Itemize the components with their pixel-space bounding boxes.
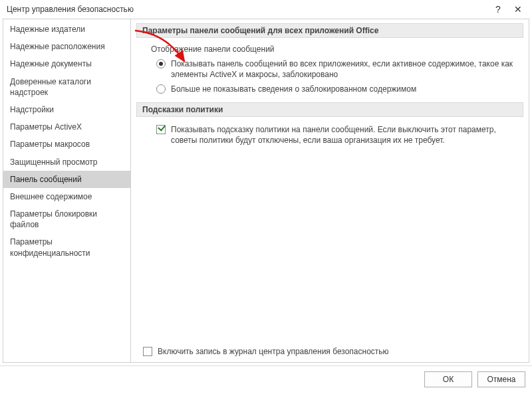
dialog-footer: ОК Отмена xyxy=(0,365,532,392)
section-header-message-bar: Параметры панели сообщений для всех прил… xyxy=(136,23,523,38)
radio-icon xyxy=(156,84,166,94)
radio-never-show[interactable]: Больше не показывать сведения о заблокир… xyxy=(136,82,523,96)
checkbox-icon xyxy=(143,347,152,356)
sidebar-item-trusted-publishers[interactable]: Надежные издатели xyxy=(3,21,130,38)
sidebar-item-addin-catalogs[interactable]: Доверенные каталоги надстроек xyxy=(3,73,130,101)
sidebar-item-file-block[interactable]: Параметры блокировки файлов xyxy=(3,205,130,233)
checkbox-label: Показывать подсказку политики на панели … xyxy=(171,124,517,146)
radio-show-message-bar[interactable]: Показывать панель сообщений во всех прил… xyxy=(136,56,523,82)
sidebar-item-protected-view[interactable]: Защищенный просмотр xyxy=(3,153,130,171)
section-header-policy-tips: Подсказки политики xyxy=(136,102,523,117)
dialog-body: Надежные издатели Надежные расположения … xyxy=(3,19,529,363)
sidebar-item-trusted-documents[interactable]: Надежные документы xyxy=(3,55,130,72)
radio-icon xyxy=(156,59,166,68)
close-button[interactable]: ✕ xyxy=(508,1,528,17)
sidebar-item-trusted-locations[interactable]: Надежные расположения xyxy=(3,38,130,55)
checkbox-policy-tips[interactable]: Показывать подсказку политики на панели … xyxy=(136,122,523,148)
close-icon: ✕ xyxy=(514,4,522,15)
sidebar-item-addins[interactable]: Надстройки xyxy=(3,101,130,118)
sidebar: Надежные издатели Надежные расположения … xyxy=(3,19,131,362)
sidebar-item-activex[interactable]: Параметры ActiveX xyxy=(3,118,130,136)
cancel-button[interactable]: Отмена xyxy=(477,371,525,387)
sidebar-item-privacy[interactable]: Параметры конфиденциальности xyxy=(3,233,130,261)
titlebar: Центр управления безопасностью ? ✕ xyxy=(0,0,532,19)
sidebar-item-external-content[interactable]: Внешнее содержимое xyxy=(3,188,130,205)
ok-button[interactable]: ОК xyxy=(424,371,472,387)
checkbox-icon xyxy=(156,125,166,134)
window-title: Центр управления безопасностью xyxy=(7,5,488,14)
section-subtitle: Отображение панели сообщений xyxy=(136,43,523,56)
sidebar-item-macros[interactable]: Параметры макросов xyxy=(3,136,130,153)
help-icon: ? xyxy=(495,4,501,15)
help-button[interactable]: ? xyxy=(488,1,508,17)
radio-label: Больше не показывать сведения о заблокир… xyxy=(171,84,416,94)
checkbox-enable-logging[interactable]: Включить запись в журнал центра управлен… xyxy=(143,346,389,357)
checkbox-label: Включить запись в журнал центра управлен… xyxy=(158,346,389,357)
sidebar-item-message-bar[interactable]: Панель сообщений xyxy=(3,171,130,188)
radio-label: Показывать панель сообщений во всех прил… xyxy=(171,58,517,80)
content-pane: Параметры панели сообщений для всех прил… xyxy=(131,19,529,362)
